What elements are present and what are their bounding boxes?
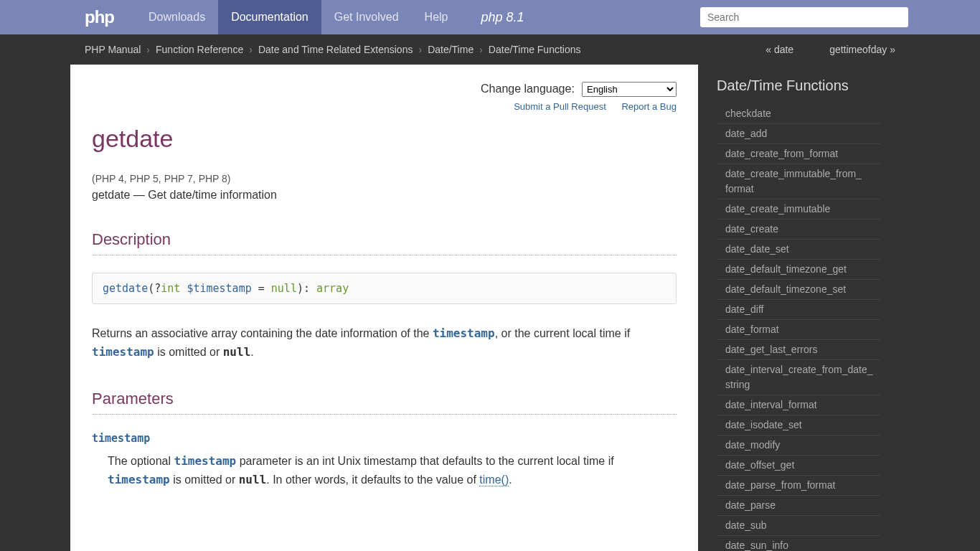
nav-documentation[interactable]: Documentation: [218, 0, 321, 34]
sidebar-link[interactable]: date_​offset_​get: [725, 459, 794, 471]
section-parameters: Parameters: [92, 390, 677, 415]
lang-select[interactable]: English: [582, 82, 677, 97]
sidebar-link[interactable]: date_​default_​timezone_​get: [725, 263, 847, 275]
sidebar-link[interactable]: date_​add: [725, 128, 767, 139]
sidebar-item[interactable]: date_​parse: [717, 496, 880, 516]
main-content: Change language: English Submit a Pull R…: [70, 65, 698, 551]
sidebar-link[interactable]: date_​sub: [725, 519, 767, 531]
sidebar-item[interactable]: date_​isodate_​set: [717, 415, 880, 435]
sidebar-item[interactable]: checkdate: [717, 104, 880, 124]
sidebar-link[interactable]: date_​parse: [725, 499, 776, 511]
sidebar-item[interactable]: date_​add: [717, 124, 880, 144]
sidebar-item[interactable]: date_​create: [717, 220, 880, 240]
prev-link[interactable]: « date: [765, 44, 793, 55]
sidebar-item[interactable]: date_​parse_​from_​format: [717, 476, 880, 496]
sidebar-link[interactable]: date_​create_​immutable: [725, 203, 830, 215]
sidebar-link[interactable]: date_​default_​timezone_​set: [725, 283, 846, 295]
sidebar-link[interactable]: date_​modify: [725, 439, 780, 451]
sidebar-link[interactable]: checkdate: [725, 108, 771, 119]
lang-row: Change language: English: [92, 82, 677, 97]
param-desc: The optional timestamp parameter is an i…: [108, 452, 677, 489]
php81-promo[interactable]: php 8.1: [468, 0, 537, 34]
synopsis: getdate(?int $timestamp = null): array: [92, 273, 677, 304]
sidebar-item[interactable]: date_​date_​set: [717, 240, 880, 260]
chevron-icon: ›: [479, 44, 483, 55]
sidebar-link[interactable]: date_​parse_​from_​format: [725, 479, 835, 491]
breadcrumb-bar: PHP Manual› Function Reference› Date and…: [0, 34, 980, 65]
sidebar-link[interactable]: date_​date_​set: [725, 243, 789, 255]
crumb-datetime[interactable]: Date/Time: [428, 44, 473, 55]
sidebar-item[interactable]: date_​interval_​create_​from_​date_​stri…: [717, 360, 880, 395]
description-text: Returns an associative array containing …: [92, 324, 677, 361]
sidebar-item[interactable]: date_​format: [717, 320, 880, 340]
chevron-icon: ›: [418, 44, 422, 55]
sidebar-item[interactable]: date_​create_​immutable: [717, 199, 880, 220]
action-links: Submit a Pull Request Report a Bug: [92, 101, 677, 112]
time-fn-link[interactable]: time(): [479, 474, 509, 486]
section-description: Description: [92, 230, 677, 255]
sidebar-link[interactable]: date_​interval_​create_​from_​date_​stri…: [725, 364, 872, 390]
sidebar-item[interactable]: date_​interval_​format: [717, 395, 880, 415]
top-nav-bar: php Downloads Documentation Get Involved…: [0, 0, 980, 34]
sidebar-link[interactable]: date_​create_​from_​format: [725, 148, 838, 159]
nav-downloads[interactable]: Downloads: [136, 0, 218, 34]
summary: getdate — Get date/time information: [92, 189, 677, 202]
page-title: getdate: [92, 125, 677, 153]
sidebar-item[interactable]: date_​offset_​get: [717, 456, 880, 476]
php-logo[interactable]: php: [85, 7, 114, 27]
search-input[interactable]: [700, 7, 908, 27]
sidebar-link[interactable]: date_​get_​last_​errors: [725, 344, 817, 355]
submit-pr-link[interactable]: Submit a Pull Request: [514, 101, 606, 112]
sidebar-item[interactable]: date_​sun_​info: [717, 536, 880, 551]
sidebar-item[interactable]: date_​diff: [717, 300, 880, 320]
next-link[interactable]: gettimeofday »: [829, 44, 895, 55]
sidebar-link[interactable]: date_​diff: [725, 303, 763, 315]
crumb-datetime-fn[interactable]: Date/Time Functions: [489, 44, 581, 55]
lang-label: Change language:: [481, 83, 575, 95]
sidebar-link[interactable]: date_​sun_​info: [725, 540, 788, 551]
page-nav: « date gettimeofday »: [765, 44, 895, 55]
syn-return: array: [316, 282, 349, 295]
sidebar-link[interactable]: date_​isodate_​set: [725, 419, 802, 430]
sidebar-item[interactable]: date_​default_​timezone_​set: [717, 280, 880, 300]
syn-param: $timestamp: [187, 282, 251, 295]
sidebar-item[interactable]: date_​default_​timezone_​get: [717, 260, 880, 280]
nav-help[interactable]: Help: [412, 0, 461, 34]
sidebar-title[interactable]: Date/Time Functions: [717, 77, 880, 94]
page-container: Change language: English Submit a Pull R…: [0, 65, 980, 551]
syn-fn: getdate: [103, 282, 148, 295]
sidebar-item[interactable]: date_​get_​last_​errors: [717, 340, 880, 360]
search-container: [700, 7, 908, 27]
sidebar-item[interactable]: date_​create_​immutable_​from_​format: [717, 164, 880, 199]
syn-type: int: [161, 282, 180, 295]
sidebar-link[interactable]: date_​interval_​format: [725, 399, 817, 410]
sidebar: Date/Time Functions checkdatedate_​addda…: [698, 65, 899, 551]
sidebar-link[interactable]: date_​create_​immutable_​from_​format: [725, 168, 862, 194]
sidebar-item[interactable]: date_​modify: [717, 435, 880, 456]
sidebar-item[interactable]: date_​create_​from_​format: [717, 144, 880, 164]
crumb-datetime-ext[interactable]: Date and Time Related Extensions: [258, 44, 413, 55]
main-nav: Downloads Documentation Get Involved Hel…: [136, 0, 537, 34]
sidebar-link[interactable]: date_​create: [725, 223, 778, 235]
sidebar-item[interactable]: date_​sub: [717, 516, 880, 536]
chevron-icon: ›: [146, 44, 150, 55]
breadcrumb: PHP Manual› Function Reference› Date and…: [85, 44, 581, 55]
param-name: timestamp: [92, 432, 677, 445]
sidebar-link[interactable]: date_​format: [725, 324, 779, 335]
crumb-funcref[interactable]: Function Reference: [156, 44, 243, 55]
report-bug-link[interactable]: Report a Bug: [621, 101, 677, 112]
nav-get-involved[interactable]: Get Involved: [321, 0, 412, 34]
chevron-icon: ›: [249, 44, 253, 55]
syn-default: null: [271, 282, 297, 295]
versions: (PHP 4, PHP 5, PHP 7, PHP 8): [92, 173, 677, 184]
sidebar-list: checkdatedate_​adddate_​create_​from_​fo…: [717, 104, 880, 551]
crumb-manual[interactable]: PHP Manual: [85, 44, 141, 55]
